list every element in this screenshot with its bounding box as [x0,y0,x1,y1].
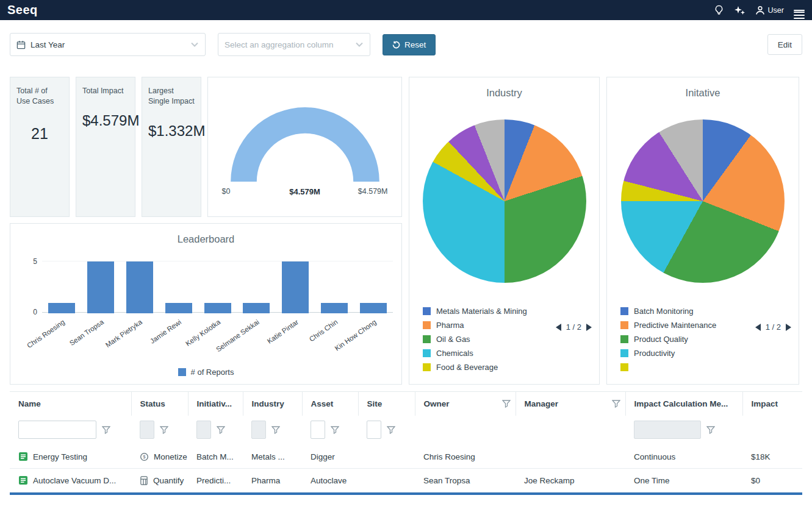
next-page-icon[interactable] [586,324,592,331]
legend-item[interactable]: Oil & Gas [423,332,527,346]
filter-icon[interactable] [502,400,511,408]
x-axis-label: Chris Roesing [26,318,66,349]
filter-icon[interactable] [160,426,168,434]
lightbulb-icon[interactable] [714,5,724,15]
hamburger-menu-icon[interactable] [794,8,805,13]
table-row[interactable]: Energy Testing$MonetizeBatch M...Metals … [10,445,802,469]
legend-swatch [423,307,431,315]
column-header-site[interactable]: Site [358,392,415,416]
column-header-industry[interactable]: Industry [243,392,302,416]
bar[interactable] [204,303,231,313]
filter-icon[interactable] [102,426,110,434]
legend-item[interactable] [620,360,716,374]
legend-label: Product Quality [634,335,688,344]
table-cell-status: $Monetize [131,445,188,469]
bar[interactable] [87,261,114,313]
industry-pie[interactable] [423,119,586,283]
column-header-asset[interactable]: Asset [302,392,358,416]
filter-icon[interactable] [612,400,620,408]
filter-input-initiative[interactable] [196,421,211,439]
bar[interactable] [48,303,75,313]
filter-input-industry[interactable] [251,421,266,439]
x-axis-label: Chris Chin [307,318,339,343]
edit-button[interactable]: Edit [767,34,802,55]
use-case-name[interactable]: Energy Testing [33,452,87,461]
aggregation-placeholder: Select an aggregation column [225,40,334,49]
bar[interactable] [282,261,309,313]
date-range-dropdown[interactable]: Last Year [10,33,206,56]
filter-icon[interactable] [271,426,280,434]
filter-input-asset[interactable] [311,421,325,439]
reset-icon [392,41,400,49]
user-icon [755,5,765,15]
column-header-owner[interactable]: Owner [415,392,516,416]
industry-pie-card: Industry Metals Materials & MiningPharma… [409,77,600,385]
filter-input-site[interactable] [367,421,381,439]
legend-item[interactable]: Product Quality [620,332,716,346]
filter-icon[interactable] [217,426,225,434]
legend-label: Metals Materials & Mining [436,307,527,316]
initiative-legend-pager: 1 / 2 [755,322,791,332]
table-cell-name: Energy Testing [10,445,131,469]
table-cell-site [358,469,415,492]
user-menu[interactable]: User [755,5,784,15]
leaderboard-title: Leaderboard [10,233,401,245]
column-header-name[interactable]: Name [10,392,131,416]
legend-item[interactable]: Pharma [423,318,527,332]
kpi-value: 21 [16,125,63,143]
table-cell-impact: $0 [742,469,802,492]
use-case-name[interactable]: Autoclave Vacuum D... [33,476,116,485]
initiative-pie-card: Initative Batch MonitoringPredictive Mai… [606,77,799,385]
filter-icon[interactable] [387,426,395,434]
previous-page-icon[interactable] [755,324,761,331]
filter-input-impact-calculation[interactable] [634,421,701,439]
legend-item[interactable]: Metals Materials & Mining [423,304,527,318]
monetize-icon: $ [140,452,149,461]
previous-page-icon[interactable] [556,324,561,331]
legend-label: Chemicals [436,349,473,358]
legend-item[interactable]: Productivity [620,346,716,360]
column-header-status[interactable]: Status [131,392,188,416]
toolbar: Last Year Select an aggregation column R… [0,20,812,68]
legend-label: Predictive Maintenance [634,321,716,330]
legend-item[interactable]: Chemicals [423,346,527,360]
bar[interactable] [360,303,387,313]
legend-item[interactable]: Food & Beverage [423,360,527,374]
reset-button[interactable]: Reset [383,34,436,55]
app-header: Seeq User [0,0,812,20]
filter-input-status[interactable] [140,421,154,439]
aggregation-dropdown[interactable]: Select an aggregation column [218,33,370,56]
bar[interactable] [165,303,192,313]
column-header-initiative[interactable]: Initiativ... [188,392,243,416]
industry-legend-pager: 1 / 2 [556,322,592,332]
filter-icon[interactable] [331,426,339,434]
filter-input-name[interactable] [18,421,96,439]
bar[interactable] [321,303,348,313]
initiative-pie[interactable] [621,119,785,283]
bar[interactable] [243,303,270,313]
leaderboard-legend[interactable]: # of Reports [10,368,401,377]
bar-slot: Selmane Sekkai [237,261,276,313]
legend-item[interactable]: Predictive Maintenance [620,318,716,332]
column-header-impact-calculation[interactable]: Impact Calculation Me... [625,392,742,416]
industry-title: Industry [409,87,599,99]
dashboard: Total # of Use Cases 21 Total Impact $4.… [0,68,812,385]
bar-slot: Kin How Chong [354,261,393,313]
horizontal-scrollbar[interactable] [10,492,802,495]
next-page-icon[interactable] [786,324,791,331]
bar-slot: Sean Tropsa [81,261,120,313]
gauge-max-label: $4.579M [320,187,388,196]
column-header-impact[interactable]: Impact [742,392,802,416]
legend-swatch [423,335,431,343]
table-row[interactable]: Autoclave Vacuum D...QuantifyPredicti...… [10,469,802,492]
column-header-manager[interactable]: Manager [516,392,625,416]
seeq-logo[interactable]: Seeq [7,3,38,17]
kpi-value: $1.332M [148,123,195,140]
legend-swatch [620,363,628,371]
bar[interactable] [126,261,153,313]
filter-icon[interactable] [706,426,715,434]
legend-item[interactable]: Batch Monitoring [620,304,716,318]
calendar-icon [16,40,26,49]
table-cell-industry: Metals ... [243,445,302,469]
sparkles-icon[interactable] [734,5,746,16]
